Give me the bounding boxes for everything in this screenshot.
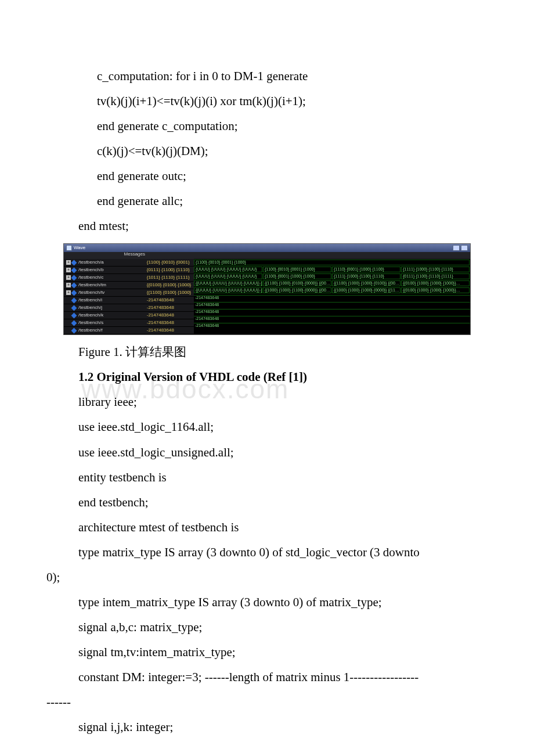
signal-icon [71,297,77,303]
signal-name[interactable]: /testbench/s [78,321,103,326]
wave-segment: {1100} {0010} {0001} {1000} [263,267,331,272]
wave-segment: {{0100} {1000} {1000} {1000}}… [401,280,470,286]
wave-segment: {1111} {1000} {1100} {1110} [332,273,400,279]
expand-icon[interactable]: + [66,268,71,272]
wave-segment: {{1000} {1000} {1000} {0000}} {{11… [332,287,400,293]
wave-segment: {0111} {1100} {1110} {1111} [401,273,470,279]
code-line: tv(k)(j)(i+1)<=tv(k)(j)(i) xor tm(k)(j)(… [97,89,488,114]
code-line: type intem_matrix_type IS array (3 downt… [78,590,488,615]
dock-button[interactable] [453,245,460,251]
code-line: end mtest; [78,214,488,239]
signal-icon [71,282,77,288]
wave-title-text: Wave [74,246,85,251]
signal-icon [71,290,77,296]
signal-name[interactable]: /testbench/tv [78,290,104,296]
wave-segment: {{UUUU} {UUUU} {UUUU} {UUUU}} {{… [194,280,262,286]
signal-values-column: {1100} {0010} {0001} {0111} {1100} {1110… [145,259,194,334]
signal-names-column[interactable]: +/testbench/a +/testbench/b +/testbench/… [64,259,145,334]
signal-value: {{0100} {0100} {1000} [145,282,194,289]
signal-name[interactable]: /testbench/c [78,275,103,280]
wave-titlebar[interactable]: Wave [64,244,470,252]
expand-icon[interactable]: + [66,283,71,287]
wave-panel: Wave Messages +/testbench/a +/testbench/… [63,243,471,335]
section-heading: 1.2 Original Version of VHDL code (Ref [… [78,365,488,390]
code-line: library ieee; [78,390,488,415]
wave-segment: {UUUU} {UUUU} {UUUU} {UUUU} [194,273,262,279]
wave-segment: {{UUUU} {UUUU} {UUUU} {UUUU}} {{… [194,287,262,293]
signal-name[interactable]: /testbench/i [78,298,102,303]
wave-segment: {{1000} {1000} {1100} {0000}} {{00… [263,287,331,293]
expand-icon[interactable]: + [66,260,71,265]
signal-value: {0111} {1100} {1110} [145,267,194,274]
expand-icon[interactable]: + [66,275,71,280]
wave-segment: {{1100} {1000} {0100} {0000}} {{00… [263,280,331,286]
wave-segment: {1100} {0010} {0001} {1000} [194,260,470,265]
code-line: end generate outc; [97,164,488,189]
signal-icon [71,327,77,333]
code-line: c_computation: for i in 0 to DM-1 genera… [97,64,488,89]
wave-segment: {1111} {1000} {1100} {1110} [401,267,470,272]
signal-value: -2147483648 [145,327,194,334]
wave-segment: {1100} {0001} {1000} {1000} [263,273,331,279]
code-line: end generate c_computation; [97,114,488,139]
signal-name[interactable]: /testbench/f [78,328,102,333]
messages-label: Messages [64,252,149,259]
wave-segment: -2147483648 [194,302,470,307]
signal-name[interactable]: /testbench/j [78,305,102,311]
signal-icon [71,275,77,280]
code-line: end testbench; [78,490,488,515]
signal-value: -2147483648 [145,319,194,327]
code-line: entity testbench is [78,465,488,490]
wave-icon [66,245,72,251]
wave-segment: -2147483648 [194,295,470,300]
signal-icon [71,260,77,265]
signal-name[interactable]: /testbench/b [78,268,104,273]
wave-segment: {{0100} {1000} {1000} {1000}}… [401,287,470,293]
code-line: signal tm,tv:intem_matrix_type; [78,640,488,665]
signal-value: {1100} {0010} {0001} [145,259,194,267]
signal-icon [71,305,77,311]
signal-name[interactable]: /testbench/a [78,260,104,265]
code-line: signal i,j,k: integer; [78,715,488,740]
code-line: constant DM: integer:=3; ------length of… [46,665,488,715]
expand-icon[interactable]: + [66,290,71,295]
code-line: c(k)(j)<=tv(k)(j)(DM); [97,139,488,164]
signal-value: -2147483648 [145,304,194,312]
wave-segment: {1110} {0001} {1000} {1100} [332,267,400,272]
wave-segment: -2147483648 [194,316,470,321]
signal-icon [71,320,77,326]
signal-icon [71,267,77,273]
code-line: use ieee.std_logic_1164.all; [78,415,488,440]
signal-value: {1011} {1110} {1111} [145,274,194,282]
signal-icon [71,312,77,318]
maximize-button[interactable] [461,245,468,251]
wave-segment: {UUUU} {UUUU} {UUUU} {UUUU} [194,267,262,272]
signal-value: -2147483648 [145,297,194,304]
waveform-area[interactable]: {1100} {0010} {0001} {1000} {UUUU} {UUUU… [194,259,470,334]
signal-value: -2147483648 [145,312,194,319]
wave-segment: {{1100} {1000} {1000} {0100}} {{00… [332,280,400,286]
code-line: signal a,b,c: matrix_type; [78,615,488,640]
signal-value: {{1100} {0100} {1000} [145,289,194,297]
code-line: type matrix_type IS array (3 downto 0) o… [46,540,488,590]
figure-caption: Figure 1. 计算结果图 [78,340,488,365]
signal-name[interactable]: /testbench/tm [78,283,106,288]
code-line: end generate allc; [97,189,488,214]
code-line: architecture mtest of testbench is [78,515,488,540]
wave-segment: -2147483648 [194,323,470,328]
wave-segment: -2147483648 [194,309,470,314]
signal-name[interactable]: /testbench/k [78,313,103,318]
code-line: use ieee.std_logic_unsigned.all; [78,440,488,465]
